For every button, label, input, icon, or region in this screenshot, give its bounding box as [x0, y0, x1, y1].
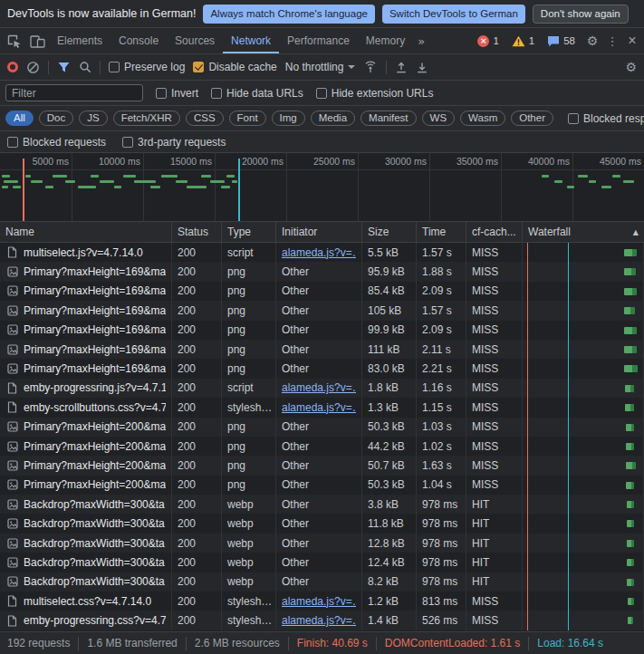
- devtools-close-icon[interactable]: ×: [622, 31, 642, 51]
- column-header-type[interactable]: Type: [222, 222, 276, 242]
- import-har-icon[interactable]: [395, 61, 408, 73]
- resource-type-chip[interactable]: Font: [229, 111, 266, 126]
- record-network-log-button[interactable]: [7, 62, 18, 72]
- table-row[interactable]: Primary?maxHeight=200&ma… 200 png Other …: [0, 476, 644, 495]
- column-header-name[interactable]: Name: [0, 222, 172, 242]
- inspect-element-icon[interactable]: [2, 28, 25, 53]
- table-row[interactable]: Primary?maxHeight=200&ma… 200 png Other …: [0, 418, 644, 437]
- more-tabs-icon[interactable]: »: [413, 28, 429, 53]
- table-row[interactable]: Backdrop?maxWidth=300&ta… 200 webp Other…: [0, 553, 644, 572]
- initiator-link[interactable]: alameda.js?v=…: [282, 381, 356, 394]
- issues-count-badge[interactable]: 58: [547, 35, 575, 47]
- resource-type-chip[interactable]: Img: [272, 111, 305, 126]
- device-toolbar-icon[interactable]: [25, 28, 49, 53]
- dcl-event-line: [23, 159, 24, 221]
- settings-gear-icon[interactable]: ⚙: [582, 31, 602, 51]
- table-row[interactable]: multiselect.css?v=4.7.14.0 200 stylesh… …: [0, 591, 644, 611]
- tab-performance[interactable]: Performance: [279, 28, 358, 53]
- table-row[interactable]: Backdrop?maxWidth=300&ta… 200 webp Other…: [0, 534, 644, 553]
- search-icon[interactable]: [79, 61, 91, 73]
- table-row[interactable]: Primary?maxHeight=169&ma… 200 png Other …: [0, 262, 644, 281]
- table-row[interactable]: Primary?maxHeight=169&ma… 200 png Other …: [0, 340, 644, 359]
- column-header-time[interactable]: Time: [417, 222, 466, 242]
- table-row[interactable]: Primary?maxHeight=169&ma… 200 png Other …: [0, 282, 644, 301]
- network-settings-gear-icon[interactable]: ⚙: [625, 60, 637, 74]
- resource-type-chip[interactable]: Media: [311, 111, 355, 126]
- match-chrome-language-button[interactable]: Always match Chrome's language: [203, 5, 375, 24]
- time-cell: 1.02 s: [417, 437, 466, 456]
- load-event-line: [568, 591, 569, 611]
- table-row[interactable]: Primary?maxHeight=169&ma… 200 png Other …: [0, 359, 644, 378]
- invert-checkbox[interactable]: Invert: [156, 87, 198, 100]
- dont-show-again-button[interactable]: Don't show again: [533, 5, 629, 24]
- size-cell: 5.5 kB: [362, 243, 417, 262]
- resource-type-chip[interactable]: Fetch/XHR: [113, 111, 180, 126]
- time-tick-label: 45000 ms: [600, 156, 641, 167]
- overflow-menu-icon[interactable]: ⋮: [604, 34, 620, 48]
- resource-type-chip[interactable]: Manifest: [360, 111, 416, 126]
- table-row[interactable]: Backdrop?maxWidth=300&ta… 200 webp Other…: [0, 514, 644, 533]
- time-cell: 2.09 s: [417, 282, 466, 301]
- throttling-dropdown[interactable]: No throttling: [285, 61, 356, 73]
- resource-type-chip[interactable]: WS: [422, 111, 456, 126]
- waterfall-download-segment: [631, 559, 634, 566]
- table-row[interactable]: Primary?maxHeight=200&ma… 200 png Other …: [0, 437, 644, 456]
- resource-type-chip[interactable]: All: [5, 111, 34, 126]
- resource-type-chip[interactable]: CSS: [186, 111, 224, 126]
- table-row[interactable]: Backdrop?maxWidth=300&ta… 200 webp Other…: [0, 572, 644, 591]
- hide-extension-urls-checkbox[interactable]: Hide extension URLs: [316, 87, 434, 100]
- checkbox-unchecked-icon: [568, 113, 579, 124]
- tab-memory[interactable]: Memory: [358, 28, 413, 53]
- blocked-response-cookies-checkbox[interactable]: Blocked response cookies: [568, 112, 644, 125]
- disable-cache-checkbox[interactable]: Disable cache: [193, 61, 276, 73]
- table-row[interactable]: Backdrop?maxWidth=300&ta… 200 webp Other…: [0, 495, 644, 514]
- table-row[interactable]: Primary?maxHeight=200&ma… 200 png Other …: [0, 456, 644, 475]
- filter-funnel-icon[interactable]: [57, 61, 71, 73]
- column-header-cf-cache[interactable]: cf-cach...: [466, 222, 523, 242]
- request-name: Primary?maxHeight=169&ma…: [24, 304, 166, 317]
- initiator-link[interactable]: alameda.js?v=…: [282, 614, 356, 627]
- resource-type-chip[interactable]: Doc: [39, 111, 73, 126]
- switch-devtools-german-button[interactable]: Switch DevTools to German: [382, 5, 525, 24]
- time-cell: 1.57 s: [417, 243, 466, 262]
- clear-network-log-icon[interactable]: [26, 61, 40, 74]
- hide-data-urls-checkbox[interactable]: Hide data URLs: [211, 87, 303, 100]
- tab-network[interactable]: Network: [223, 28, 279, 53]
- resource-type-chip[interactable]: Wasm: [460, 111, 505, 126]
- table-row[interactable]: emby-progressring.css?v=4.7… 200 stylesh…: [0, 611, 644, 630]
- resource-type-chip[interactable]: Other: [511, 111, 553, 126]
- filter-input[interactable]: [5, 84, 143, 101]
- table-row[interactable]: Primary?maxHeight=169&ma… 200 png Other …: [0, 301, 644, 320]
- tab-sources[interactable]: Sources: [167, 28, 223, 53]
- table-row[interactable]: Primary?maxHeight=169&ma… 200 png Other …: [0, 321, 644, 340]
- waterfall-cell: [523, 301, 644, 320]
- table-row[interactable]: multiselect.js?v=4.7.14.0 200 script ala…: [0, 243, 644, 262]
- warning-count-badge[interactable]: 1: [512, 35, 534, 47]
- waterfall-download-segment: [631, 540, 634, 547]
- column-header-initiator[interactable]: Initiator: [276, 222, 362, 242]
- error-count-badge[interactable]: × 1: [477, 35, 498, 47]
- table-row[interactable]: emby-progressring.js?v=4.7.1… 200 script…: [0, 379, 644, 398]
- column-header-size[interactable]: Size: [362, 222, 417, 242]
- cache-cell: MISS: [466, 340, 523, 359]
- table-row[interactable]: emby-scrollbuttons.css?v=4.7… 200 styles…: [0, 398, 644, 417]
- initiator-link[interactable]: alameda.js?v=…: [282, 246, 356, 259]
- preserve-log-checkbox[interactable]: Preserve log: [109, 61, 185, 73]
- initiator-link[interactable]: alameda.js?v=…: [282, 401, 356, 414]
- timeline-overview[interactable]: 5000 ms10000 ms15000 ms20000 ms25000 ms3…: [0, 153, 644, 222]
- export-har-icon[interactable]: [416, 61, 428, 73]
- third-party-requests-checkbox[interactable]: 3rd-party requests: [122, 136, 226, 149]
- network-conditions-icon[interactable]: [363, 61, 378, 73]
- checkbox-unchecked-icon: [109, 62, 120, 72]
- tab-elements[interactable]: Elements: [49, 28, 111, 53]
- waterfall-cell: [523, 398, 644, 417]
- resource-type-chip[interactable]: JS: [79, 111, 107, 126]
- status-cell: 200: [172, 262, 222, 281]
- initiator-link[interactable]: alameda.js?v=…: [282, 595, 356, 608]
- time-cell: 978 ms: [417, 514, 466, 533]
- tab-console[interactable]: Console: [111, 28, 167, 53]
- size-cell: 50.3 kB: [362, 418, 417, 437]
- column-header-waterfall[interactable]: Waterfall ▲: [523, 222, 644, 242]
- blocked-requests-checkbox[interactable]: Blocked requests: [7, 136, 106, 149]
- column-header-status[interactable]: Status: [172, 222, 222, 242]
